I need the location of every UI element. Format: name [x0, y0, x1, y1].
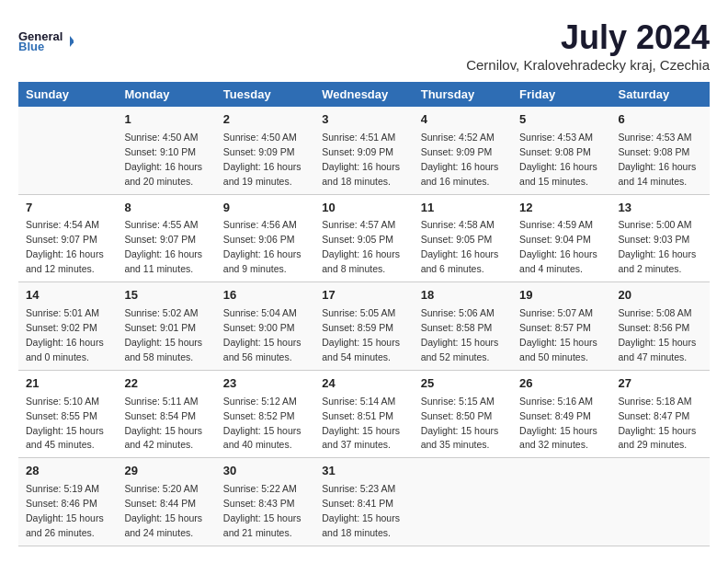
- table-cell: 25Sunrise: 5:15 AMSunset: 8:50 PMDayligh…: [414, 370, 512, 458]
- sunrise-text: Sunrise: 5:10 AMSunset: 8:55 PMDaylight:…: [26, 396, 104, 451]
- sunrise-text: Sunrise: 5:01 AMSunset: 9:02 PMDaylight:…: [26, 307, 104, 362]
- sunrise-text: Sunrise: 5:05 AMSunset: 8:59 PMDaylight:…: [322, 307, 400, 362]
- page-header: General Blue July 2024 Cernilov, Kralove…: [18, 18, 710, 73]
- sunrise-text: Sunrise: 4:51 AMSunset: 9:09 PMDaylight:…: [322, 132, 400, 187]
- table-cell: 6Sunrise: 4:53 AMSunset: 9:08 PMDaylight…: [611, 107, 710, 194]
- col-header-sunday: Sunday: [18, 82, 117, 107]
- day-number: 27: [619, 375, 702, 393]
- day-number: 22: [124, 375, 208, 393]
- day-number: 5: [519, 111, 603, 129]
- day-number: 7: [26, 200, 109, 217]
- week-row-3: 14Sunrise: 5:01 AMSunset: 9:02 PMDayligh…: [18, 282, 710, 371]
- day-number: 3: [322, 111, 405, 129]
- sunrise-text: Sunrise: 4:54 AMSunset: 9:07 PMDaylight:…: [26, 219, 104, 274]
- table-cell: [18, 107, 117, 194]
- day-number: 11: [421, 200, 505, 217]
- table-cell: 30Sunrise: 5:22 AMSunset: 8:43 PMDayligh…: [216, 458, 314, 546]
- table-cell: 31Sunrise: 5:23 AMSunset: 8:41 PMDayligh…: [314, 458, 413, 546]
- day-number: 13: [619, 200, 702, 217]
- day-number: 20: [619, 287, 702, 304]
- table-cell: 11Sunrise: 4:58 AMSunset: 9:05 PMDayligh…: [414, 194, 512, 282]
- col-header-monday: Monday: [117, 82, 215, 107]
- table-cell: 27Sunrise: 5:18 AMSunset: 8:47 PMDayligh…: [611, 370, 710, 458]
- sunrise-text: Sunrise: 5:11 AMSunset: 8:54 PMDaylight:…: [124, 396, 202, 451]
- sunrise-text: Sunrise: 4:53 AMSunset: 9:08 PMDaylight:…: [519, 132, 597, 187]
- sunrise-text: Sunrise: 5:20 AMSunset: 8:44 PMDaylight:…: [124, 483, 202, 538]
- day-number: 23: [223, 375, 307, 393]
- sunrise-text: Sunrise: 5:15 AMSunset: 8:50 PMDaylight:…: [421, 396, 499, 451]
- table-cell: 5Sunrise: 4:53 AMSunset: 9:08 PMDaylight…: [512, 107, 610, 194]
- table-cell: 19Sunrise: 5:07 AMSunset: 8:57 PMDayligh…: [512, 282, 610, 371]
- sunrise-text: Sunrise: 5:23 AMSunset: 8:41 PMDaylight:…: [322, 483, 400, 538]
- sunrise-text: Sunrise: 5:18 AMSunset: 8:47 PMDaylight:…: [619, 396, 697, 451]
- table-cell: 13Sunrise: 5:00 AMSunset: 9:03 PMDayligh…: [611, 194, 710, 282]
- sunrise-text: Sunrise: 5:07 AMSunset: 8:57 PMDaylight:…: [519, 307, 597, 362]
- day-number: 19: [519, 287, 603, 304]
- table-cell: 17Sunrise: 5:05 AMSunset: 8:59 PMDayligh…: [314, 282, 413, 371]
- table-cell: [414, 458, 512, 546]
- week-row-2: 7Sunrise: 4:54 AMSunset: 9:07 PMDaylight…: [18, 194, 710, 282]
- day-number: 6: [619, 111, 702, 129]
- col-header-friday: Friday: [512, 82, 610, 107]
- sunrise-text: Sunrise: 5:08 AMSunset: 8:56 PMDaylight:…: [619, 307, 697, 362]
- day-number: 1: [124, 111, 208, 129]
- week-row-1: 1Sunrise: 4:50 AMSunset: 9:10 PMDaylight…: [18, 107, 710, 194]
- sunrise-text: Sunrise: 5:16 AMSunset: 8:49 PMDaylight:…: [519, 396, 597, 451]
- sunrise-text: Sunrise: 5:14 AMSunset: 8:51 PMDaylight:…: [322, 396, 400, 451]
- sunrise-text: Sunrise: 4:52 AMSunset: 9:09 PMDaylight:…: [421, 132, 499, 187]
- day-number: 28: [26, 463, 109, 480]
- sunrise-text: Sunrise: 4:59 AMSunset: 9:04 PMDaylight:…: [519, 219, 597, 274]
- week-row-4: 21Sunrise: 5:10 AMSunset: 8:55 PMDayligh…: [18, 370, 710, 458]
- day-number: 10: [322, 200, 405, 217]
- table-cell: 3Sunrise: 4:51 AMSunset: 9:09 PMDaylight…: [314, 107, 413, 194]
- svg-marker-2: [70, 36, 74, 47]
- day-number: 2: [223, 111, 307, 129]
- day-number: 25: [421, 375, 505, 393]
- sunrise-text: Sunrise: 5:00 AMSunset: 9:03 PMDaylight:…: [619, 219, 697, 274]
- day-number: 29: [124, 463, 208, 480]
- day-number: 17: [322, 287, 405, 304]
- sunrise-text: Sunrise: 4:53 AMSunset: 9:08 PMDaylight:…: [619, 132, 697, 187]
- table-cell: 29Sunrise: 5:20 AMSunset: 8:44 PMDayligh…: [117, 458, 215, 546]
- calendar-header-row: SundayMondayTuesdayWednesdayThursdayFrid…: [18, 82, 710, 107]
- col-header-saturday: Saturday: [611, 82, 710, 107]
- day-number: 26: [519, 375, 603, 393]
- table-cell: 9Sunrise: 4:56 AMSunset: 9:06 PMDaylight…: [216, 194, 314, 282]
- table-cell: 12Sunrise: 4:59 AMSunset: 9:04 PMDayligh…: [512, 194, 610, 282]
- table-cell: 1Sunrise: 4:50 AMSunset: 9:10 PMDaylight…: [117, 107, 215, 194]
- day-number: 30: [223, 463, 307, 480]
- table-cell: 4Sunrise: 4:52 AMSunset: 9:09 PMDaylight…: [414, 107, 512, 194]
- table-cell: 2Sunrise: 4:50 AMSunset: 9:09 PMDaylight…: [216, 107, 314, 194]
- table-cell: 28Sunrise: 5:19 AMSunset: 8:46 PMDayligh…: [18, 458, 117, 546]
- day-number: 16: [223, 287, 307, 304]
- day-number: 31: [322, 463, 405, 480]
- table-cell: 23Sunrise: 5:12 AMSunset: 8:52 PMDayligh…: [216, 370, 314, 458]
- sunrise-text: Sunrise: 5:06 AMSunset: 8:58 PMDaylight:…: [421, 307, 499, 362]
- day-number: 9: [223, 200, 307, 217]
- table-cell: 15Sunrise: 5:02 AMSunset: 9:01 PMDayligh…: [117, 282, 215, 371]
- day-number: 8: [124, 200, 208, 217]
- table-cell: 20Sunrise: 5:08 AMSunset: 8:56 PMDayligh…: [611, 282, 710, 371]
- sunrise-text: Sunrise: 4:56 AMSunset: 9:06 PMDaylight:…: [223, 219, 301, 274]
- day-number: 4: [421, 111, 505, 129]
- sunrise-text: Sunrise: 5:04 AMSunset: 9:00 PMDaylight:…: [223, 307, 301, 362]
- location-subtitle: Cernilov, Kralovehradecky kraj, Czechia: [466, 57, 710, 73]
- table-cell: [611, 458, 710, 546]
- logo: General Blue: [18, 18, 74, 64]
- table-cell: 16Sunrise: 5:04 AMSunset: 9:00 PMDayligh…: [216, 282, 314, 371]
- table-cell: [512, 458, 610, 546]
- sunrise-text: Sunrise: 5:19 AMSunset: 8:46 PMDaylight:…: [26, 483, 104, 538]
- day-number: 14: [26, 287, 109, 304]
- sunrise-text: Sunrise: 4:57 AMSunset: 9:05 PMDaylight:…: [322, 219, 400, 274]
- day-number: 24: [322, 375, 405, 393]
- table-cell: 14Sunrise: 5:01 AMSunset: 9:02 PMDayligh…: [18, 282, 117, 371]
- day-number: 18: [421, 287, 505, 304]
- table-cell: 21Sunrise: 5:10 AMSunset: 8:55 PMDayligh…: [18, 370, 117, 458]
- logo-svg: General Blue: [18, 18, 74, 64]
- svg-text:Blue: Blue: [18, 40, 44, 53]
- table-cell: 10Sunrise: 4:57 AMSunset: 9:05 PMDayligh…: [314, 194, 413, 282]
- table-cell: 26Sunrise: 5:16 AMSunset: 8:49 PMDayligh…: [512, 370, 610, 458]
- sunrise-text: Sunrise: 4:55 AMSunset: 9:07 PMDaylight:…: [124, 219, 202, 274]
- sunrise-text: Sunrise: 5:02 AMSunset: 9:01 PMDaylight:…: [124, 307, 202, 362]
- table-cell: 24Sunrise: 5:14 AMSunset: 8:51 PMDayligh…: [314, 370, 413, 458]
